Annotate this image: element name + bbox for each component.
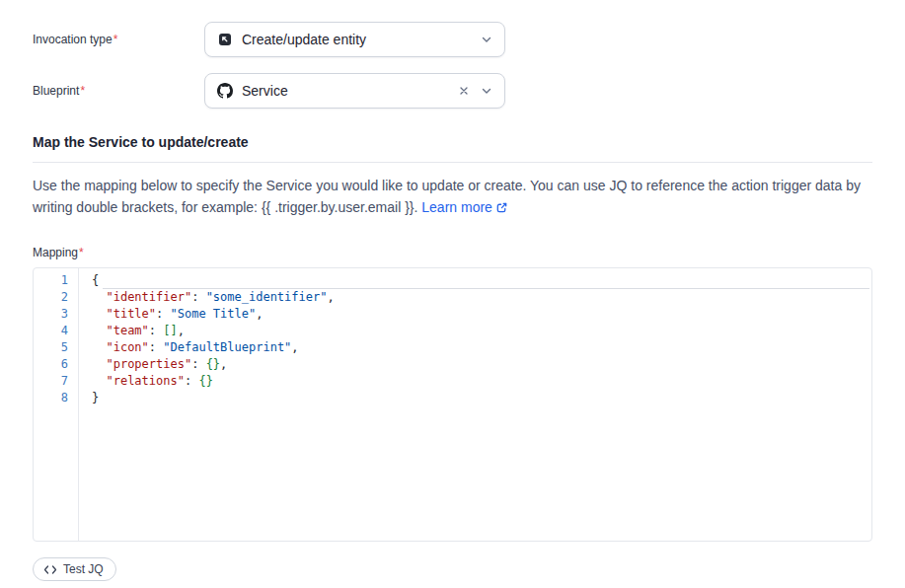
- line-number: 5: [34, 339, 68, 356]
- line-number: 4: [34, 323, 68, 339]
- mapping-editor[interactable]: 12345678 { "identifier": "some_identifie…: [33, 267, 872, 542]
- action-mapping-form: Invocation type* Create/update entity Bl…: [0, 0, 905, 581]
- code-line: "team": [],: [92, 323, 864, 339]
- blueprint-label: Blueprint*: [33, 84, 204, 98]
- invocation-type-label: Invocation type*: [33, 33, 204, 46]
- code-line: }: [92, 390, 864, 406]
- code-line: {: [92, 272, 864, 289]
- required-asterisk: *: [79, 246, 84, 259]
- invocation-type-value: Create/update entity: [242, 32, 472, 47]
- chevron-down-icon: [481, 85, 492, 97]
- invocation-type-row: Invocation type* Create/update entity: [33, 22, 872, 57]
- blueprint-label-text: Blueprint: [33, 84, 79, 98]
- learn-more-label: Learn more: [421, 199, 492, 215]
- invocation-type-select[interactable]: Create/update entity: [204, 22, 505, 57]
- footer-bar: Test JQ: [33, 557, 872, 581]
- editor-code: { "identifier": "some_identifier", "titl…: [79, 268, 871, 541]
- mapping-label: Mapping*: [33, 246, 872, 259]
- code-line: "identifier": "some_identifier",: [92, 289, 864, 306]
- clear-icon[interactable]: [456, 83, 472, 99]
- github-icon: [217, 83, 233, 99]
- test-jq-button[interactable]: Test JQ: [33, 557, 116, 581]
- chevron-down-icon: [481, 34, 492, 45]
- code-line: "properties": {},: [92, 356, 864, 373]
- section-description: Use the mapping below to specify the Ser…: [33, 175, 872, 220]
- line-number: 3: [34, 306, 68, 323]
- entity-icon: [217, 32, 233, 47]
- line-number: 7: [34, 373, 68, 390]
- section-title: Map the Service to update/create: [33, 134, 872, 150]
- blueprint-row: Blueprint* Service: [33, 73, 872, 109]
- learn-more-link[interactable]: Learn more: [421, 199, 508, 215]
- code-line: "relations": {}: [92, 373, 864, 390]
- code-line: "title": "Some Title",: [92, 306, 864, 323]
- section-divider: [33, 162, 872, 163]
- external-link-icon: [495, 198, 508, 220]
- code-icon: [43, 564, 57, 575]
- line-number: 8: [34, 390, 68, 406]
- code-line: "icon": "DefaultBlueprint",: [92, 339, 864, 356]
- required-asterisk: *: [113, 33, 118, 46]
- test-jq-label: Test JQ: [63, 562, 104, 576]
- editor-gutter: 12345678: [34, 268, 79, 541]
- line-number: 1: [34, 272, 68, 289]
- mapping-label-text: Mapping: [33, 246, 78, 259]
- line-number: 6: [34, 356, 68, 373]
- invocation-type-label-text: Invocation type: [33, 33, 113, 46]
- line-number: 2: [34, 289, 68, 306]
- blueprint-value: Service: [242, 83, 447, 99]
- editor-first-line-rule: [103, 288, 869, 289]
- blueprint-select[interactable]: Service: [204, 73, 505, 109]
- required-asterisk: *: [80, 84, 85, 98]
